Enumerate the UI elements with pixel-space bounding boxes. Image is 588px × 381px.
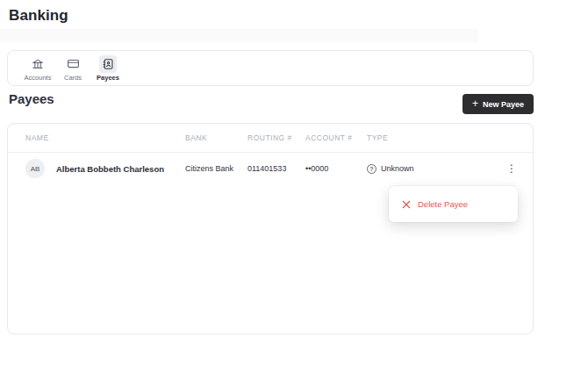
table-header-row: NAME BANK ROUTING # ACCOUNT # TYPE	[8, 124, 533, 153]
credit-card-icon	[64, 55, 82, 73]
table-row[interactable]: AB Alberta Bobbeth Charleson Citizens Ba…	[8, 152, 533, 185]
column-header-routing: ROUTING #	[247, 124, 292, 152]
payee-account-cell: ••0000	[305, 152, 328, 185]
column-header-bank: BANK	[185, 124, 207, 152]
tab-cards[interactable]: Cards	[55, 55, 90, 82]
x-icon	[402, 200, 411, 209]
payee-type-label: Unknown	[381, 164, 414, 173]
plus-icon: +	[472, 98, 478, 109]
tab-label: Payees	[97, 75, 119, 82]
tab-bar: Accounts Cards Payees	[7, 50, 534, 86]
column-header-name: NAME	[25, 124, 49, 152]
section-title: Payees	[9, 91, 54, 106]
new-payee-button-label: New Payee	[483, 100, 524, 109]
delete-payee-label: Delete Payee	[418, 199, 468, 209]
tab-accounts[interactable]: Accounts	[20, 55, 55, 82]
row-menu-button[interactable]: ⋮	[501, 162, 522, 176]
row-context-menu: Delete Payee	[389, 186, 518, 222]
tab-label: Accounts	[25, 75, 52, 82]
payee-name: Alberta Bobbeth Charleson	[56, 164, 164, 174]
row-actions-cell: ⋮	[501, 152, 522, 185]
column-header-account: ACCOUNT #	[305, 124, 352, 152]
question-circle-icon: ?	[367, 164, 376, 174]
header-band	[0, 29, 478, 42]
payee-type-cell: ? Unknown	[367, 152, 414, 185]
payee-routing-cell: 011401533	[247, 152, 286, 185]
page-title: Banking	[9, 7, 68, 25]
column-header-type: TYPE	[367, 124, 388, 152]
new-payee-button[interactable]: + New Payee	[463, 94, 534, 114]
bank-icon	[29, 55, 47, 73]
payee-name-cell: AB Alberta Bobbeth Charleson	[25, 152, 164, 185]
contact-book-icon	[99, 55, 117, 73]
payees-table: NAME BANK ROUTING # ACCOUNT # TYPE AB Al…	[7, 123, 534, 334]
banking-page: Banking Accounts Cards	[0, 0, 588, 381]
avatar: AB	[25, 159, 45, 178]
tab-label: Cards	[64, 75, 82, 82]
delete-payee-menu-item[interactable]: Delete Payee	[389, 199, 518, 209]
kebab-icon: ⋮	[506, 162, 517, 175]
tab-payees[interactable]: Payees	[90, 55, 125, 82]
payee-bank-cell: Citizens Bank	[185, 152, 233, 185]
